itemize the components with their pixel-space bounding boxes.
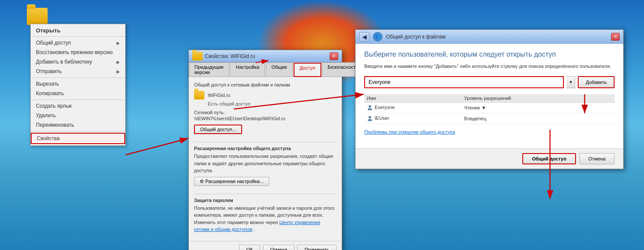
props-titlebar: Свойства: WiFiGid.ru ✕ [189, 50, 342, 62]
context-menu-item-restore[interactable]: Восстановить прежнюю версию [31, 48, 125, 57]
tab-prev-versions[interactable]: Предыдущие версии [189, 62, 229, 77]
svg-line-5 [126, 138, 188, 155]
share-table-cell-perm-1: Чтение ▼ [462, 102, 615, 113]
share-trouble-link[interactable]: Проблемы при открытии общего доступа [364, 129, 615, 135]
tab-settings[interactable]: Настройка [230, 62, 265, 77]
props-folder-sub: Есть общий доступ [208, 101, 337, 106]
props-adv-button[interactable]: ⚙ Расширенная настройка... [194, 177, 269, 186]
arrow-right-icon: ▶ [117, 41, 120, 45]
share-titlebar: ◀ 👥 Общий доступ к файлам ✕ [356, 30, 623, 44]
share-input-row: ▼ Добавить [364, 76, 615, 88]
context-menu-item-send[interactable]: Отправить ▶ [31, 67, 125, 76]
share-table-col-name: Имя [364, 94, 462, 103]
share-titlebar-left: ◀ 👥 Общий доступ к файлам [359, 32, 446, 42]
context-menu-item-addlib[interactable]: Добавить в библиотеку ▶ [31, 57, 125, 67]
share-icon: 👥 [373, 32, 382, 42]
props-net-path-label: Сетевой путь: [194, 110, 337, 115]
separator-3 [31, 131, 125, 131]
props-ok-button[interactable]: ОК [239, 245, 260, 250]
context-menu-item-properties[interactable]: Свойства [31, 133, 125, 144]
share-content: Выберите пользователей, которым следует … [356, 44, 623, 148]
props-net-path-value: \\IEWIN7\Users\IEUser\Desktop\WiFiGid.ru [194, 116, 337, 121]
share-title: Общий доступ к файлам [386, 34, 446, 40]
props-bottom-buttons: ОК Отмена Применить [189, 241, 342, 250]
context-menu-header[interactable]: Открыть [31, 26, 125, 37]
user-svg-1 [367, 104, 373, 110]
arrow-right-icon-3: ▶ [117, 69, 120, 74]
props-cancel-button[interactable]: Отмена [263, 245, 294, 250]
share-user-input[interactable] [364, 76, 564, 88]
props-adv-text: Предоставляет пользовательские разрешени… [194, 153, 337, 174]
svg-point-1 [368, 108, 372, 110]
folder-icon [27, 8, 48, 25]
share-heading: Выберите пользователей, которым следует … [364, 51, 615, 58]
share-table-cell-name-2: IEUser [364, 113, 462, 124]
table-row: IEUser Владелец [364, 113, 615, 124]
context-menu-item-shortcut[interactable]: Создать ярлык [31, 101, 125, 111]
share-dialog: ◀ 👥 Общий доступ к файлам ✕ Выберите пол… [355, 29, 624, 169]
table-row: Everyone Чтение ▼ [364, 102, 615, 113]
share-back-button[interactable]: ◀ [359, 32, 369, 42]
props-dialog: Свойства: WiFiGid.ru ✕ Предыдущие версии… [188, 50, 342, 250]
arrow-right-icon-2: ▶ [117, 60, 120, 64]
props-folder-row: WiFiGid.ru [194, 91, 337, 99]
context-menu-item-cut[interactable]: Вырезать [31, 79, 125, 89]
props-divider-2 [194, 194, 337, 194]
permission-dropdown-1[interactable]: Чтение ▼ [464, 105, 486, 110]
props-section-title: Общий доступ к сетевым файлам и папкам [194, 82, 337, 87]
desktop: Wi... Открыть Общий доступ ▶ Восстановит… [0, 0, 644, 250]
share-close-button[interactable]: ✕ [611, 33, 620, 41]
context-menu: Открыть Общий доступ ▶ Восстановить преж… [30, 24, 126, 146]
props-content: Общий доступ к сетевым файлам и папкам W… [189, 77, 342, 241]
separator-1 [31, 77, 125, 78]
share-dropdown-button[interactable]: ▼ [566, 76, 575, 88]
props-content-folder-icon [194, 91, 204, 99]
share-description: Введите имя и нажмите кнопку "Добавить" … [364, 63, 615, 70]
share-share-button[interactable]: Общий доступ [522, 153, 576, 164]
share-table: Имя Уровень разрешений Everyone [364, 94, 615, 124]
dropdown-arrow-icon-1: ▼ [482, 105, 486, 110]
props-apply-button[interactable]: Применить [297, 245, 337, 250]
user-icon-2: IEUser [367, 115, 389, 121]
svg-point-0 [369, 105, 371, 108]
context-menu-item-rename[interactable]: Переименовать [31, 120, 125, 130]
context-menu-item-copy[interactable]: Копировать [31, 89, 125, 98]
props-title: Свойства: WiFiGid.ru [205, 53, 255, 59]
context-menu-item-delete[interactable]: Удалить [31, 111, 125, 120]
props-password-title: Защита паролем [194, 198, 337, 203]
user-icon-1: Everyone [367, 104, 395, 110]
props-folder-name: WiFiGid.ru [208, 93, 230, 98]
svg-point-2 [369, 116, 371, 119]
props-password-text: Пользователи, не имеющие учётной записи … [194, 205, 337, 233]
props-adv-title: Расширенная настройка общего доступа [194, 146, 337, 151]
props-divider-1 [194, 142, 337, 142]
share-add-button[interactable]: Добавить [578, 76, 615, 88]
props-close-button[interactable]: ✕ [330, 52, 338, 60]
context-menu-item-share[interactable]: Общий доступ ▶ [31, 38, 125, 48]
people-icon: 👥 [375, 34, 380, 39]
props-folder-icon [192, 52, 203, 61]
settings-icon: ⚙ [200, 179, 204, 184]
user-svg-2 [367, 115, 373, 121]
share-table-col-permission: Уровень разрешений [462, 94, 615, 103]
separator-2 [31, 99, 125, 100]
share-bottom-buttons: Общий доступ Отмена [356, 148, 623, 169]
props-tabs: Предыдущие версии Настройка Общие Доступ… [189, 62, 342, 77]
share-cancel-button[interactable]: Отмена [579, 153, 615, 164]
svg-point-3 [368, 119, 372, 121]
tab-access[interactable]: Доступ [294, 63, 321, 77]
props-share-button[interactable]: Общий доступ... [194, 125, 242, 134]
props-titlebar-left: Свойства: WiFiGid.ru [192, 52, 255, 61]
tab-general[interactable]: Общие [266, 62, 293, 77]
share-table-cell-name-1: Everyone [364, 102, 462, 113]
share-table-cell-perm-2: Владелец [462, 113, 615, 124]
